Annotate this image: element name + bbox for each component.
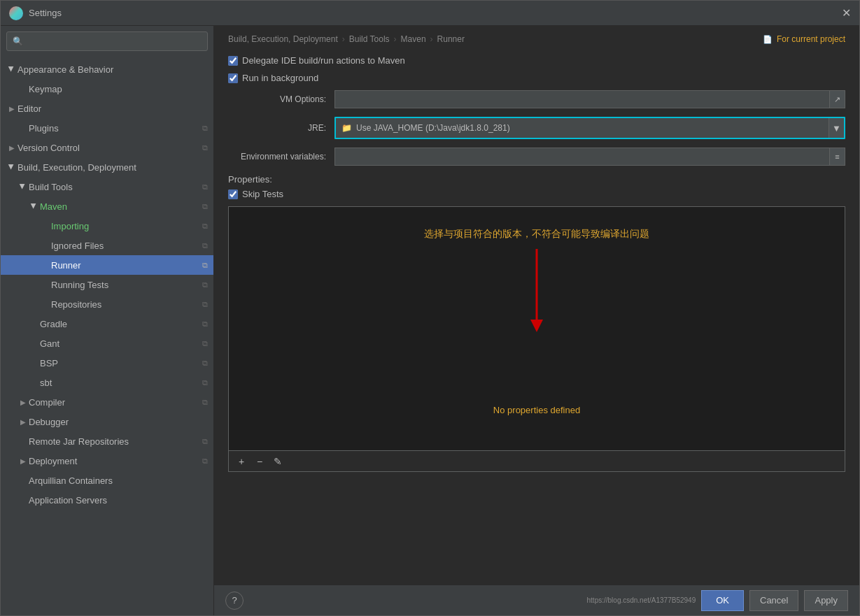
sidebar-item-appearance[interactable]: ▶ Appearance & Behavior xyxy=(1,59,213,79)
properties-label-row: Properties: xyxy=(228,174,845,185)
sidebar-item-label: Editor xyxy=(17,103,208,114)
delegate-checkbox[interactable] xyxy=(228,56,238,66)
sidebar-item-label: Gradle xyxy=(40,319,202,329)
breadcrumb-sep: › xyxy=(394,34,397,44)
bottom-right: https://blog.csdn.net/A1377B52949 OK Can… xyxy=(581,590,848,611)
copy-icon: ⧉ xyxy=(202,339,208,348)
sidebar-item-repositories[interactable]: ▶ Repositories ⧉ xyxy=(1,294,213,314)
jre-dropdown-wrapper: 📁 Use JAVA_HOME (D:\Java\jdk1.8.0_281) ▼ xyxy=(334,117,845,139)
copy-icon: ⧉ xyxy=(202,378,208,387)
expand-arrow-icon: ▶ xyxy=(6,142,17,153)
vm-options-label: VM Options: xyxy=(228,94,326,104)
breadcrumb: Build, Execution, Deployment › Build Too… xyxy=(214,26,859,50)
run-background-row: Run in background xyxy=(228,73,845,83)
copy-icon: ⧉ xyxy=(202,261,208,270)
delegate-label: Delegate IDE build/run actions to Maven xyxy=(242,55,405,66)
sidebar-item-label: Application Servers xyxy=(29,495,208,506)
sidebar-item-maven[interactable]: ▶ Maven ⧉ xyxy=(1,196,213,216)
sidebar-item-label: Build Tools xyxy=(29,182,202,192)
project-icon: 📄 xyxy=(763,35,773,43)
remove-property-button[interactable]: − xyxy=(253,454,267,468)
search-box[interactable]: 🔍 xyxy=(6,31,208,51)
search-input[interactable] xyxy=(26,36,202,46)
skip-tests-label: Skip Tests xyxy=(242,189,283,199)
sidebar-item-bsp[interactable]: ▶ BSP ⧉ xyxy=(1,353,213,373)
sidebar-item-label: Runner xyxy=(51,260,202,271)
sidebar-item-runner[interactable]: ▶ Runner ⧉ xyxy=(1,255,213,275)
delegate-row: Delegate IDE build/run actions to Maven xyxy=(228,55,845,66)
copy-icon: ⧉ xyxy=(202,222,208,231)
help-button[interactable]: ? xyxy=(225,592,244,610)
vm-options-input[interactable] xyxy=(334,90,830,108)
sidebar-item-build-exec-deploy[interactable]: ▶ Build, Execution, Deployment xyxy=(1,157,213,177)
jre-row: JRE: 📁 Use JAVA_HOME (D:\Java\jdk1.8.0_2… xyxy=(228,117,845,139)
sidebar-tree: ▶ Appearance & Behavior ▶ Keymap ▶ Edito… xyxy=(1,57,213,615)
expand-arrow-icon: ▶ xyxy=(6,103,17,114)
sidebar-item-label: Remote Jar Repositories xyxy=(29,436,202,447)
project-link[interactable]: 📄 For current project xyxy=(763,34,845,44)
ok-button[interactable]: OK xyxy=(701,590,744,611)
copy-icon: ⧉ xyxy=(202,241,208,250)
sidebar-item-importing[interactable]: ▶ Importing ⧉ xyxy=(1,216,213,236)
content-area: 🔍 ▶ Appearance & Behavior ▶ Keymap ▶ Edi… xyxy=(1,26,859,615)
sidebar-item-label: Running Tests xyxy=(51,280,202,290)
search-icon: 🔍 xyxy=(13,36,23,46)
cancel-button[interactable]: Cancel xyxy=(749,590,798,611)
sidebar-item-app-servers[interactable]: ▶ Application Servers xyxy=(1,490,213,510)
copy-icon: ⧉ xyxy=(202,124,208,133)
env-vars-input[interactable] xyxy=(334,148,830,166)
sidebar-item-arquillian[interactable]: ▶ Arquillian Containers xyxy=(1,471,213,490)
sidebar-item-version-control[interactable]: ▶ Version Control ⧉ xyxy=(1,138,213,157)
run-background-checkbox[interactable] xyxy=(228,73,238,83)
sidebar-item-compiler[interactable]: ▶ Compiler ⧉ xyxy=(1,392,213,412)
breadcrumb-sep: › xyxy=(342,34,345,44)
sidebar-item-label: Arquillian Containers xyxy=(29,475,208,486)
annotation-arrow xyxy=(530,249,544,333)
env-vars-edit-button[interactable]: ≡ xyxy=(830,148,845,166)
expand-arrow-icon: ▶ xyxy=(17,416,29,427)
sidebar-item-label: Deployment xyxy=(29,456,202,466)
project-link-text: For current project xyxy=(777,34,845,44)
expand-arrow-icon: ▶ xyxy=(6,162,17,173)
sidebar-item-label: Appearance & Behavior xyxy=(17,64,208,75)
sidebar-item-ignored-files[interactable]: ▶ Ignored Files ⧉ xyxy=(1,236,213,255)
sidebar-item-label: Build, Execution, Deployment xyxy=(17,162,208,173)
vm-options-expand-button[interactable]: ↗ xyxy=(830,90,845,108)
vm-options-input-wrapper: ↗ xyxy=(334,90,845,108)
sidebar-item-gant[interactable]: ▶ Gant ⧉ xyxy=(1,334,213,353)
edit-property-button[interactable]: ✎ xyxy=(271,454,285,468)
add-property-button[interactable]: + xyxy=(234,454,248,468)
sidebar-item-editor[interactable]: ▶ Editor xyxy=(1,99,213,118)
sidebar-item-keymap[interactable]: ▶ Keymap xyxy=(1,79,213,99)
sidebar-item-running-tests[interactable]: ▶ Running Tests ⧉ xyxy=(1,275,213,294)
breadcrumb-item-3: Runner xyxy=(437,34,465,44)
sidebar-item-debugger[interactable]: ▶ Debugger xyxy=(1,412,213,431)
copy-icon: ⧉ xyxy=(202,280,208,289)
sidebar-item-deployment[interactable]: ▶ Deployment ⧉ xyxy=(1,451,213,471)
main-panel: Build, Execution, Deployment › Build Too… xyxy=(214,26,859,615)
expand-arrow-icon: ▶ xyxy=(29,201,40,212)
sidebar-item-plugins[interactable]: ▶ Plugins ⧉ xyxy=(1,118,213,138)
env-vars-label: Environment variables: xyxy=(228,152,326,162)
copy-icon: ⧉ xyxy=(202,320,208,329)
sidebar-item-label: Repositories xyxy=(51,299,202,310)
copy-icon: ⧉ xyxy=(202,300,208,309)
sidebar-item-gradle[interactable]: ▶ Gradle ⧉ xyxy=(1,314,213,334)
copy-icon: ⧉ xyxy=(202,359,208,368)
jre-value-display: 📁 Use JAVA_HOME (D:\Java\jdk1.8.0_281) xyxy=(336,118,844,138)
bottom-bar: ? https://blog.csdn.net/A1377B52949 OK C… xyxy=(214,585,859,615)
env-vars-input-wrapper: ≡ xyxy=(334,148,845,166)
sidebar-item-label: Keymap xyxy=(29,84,208,94)
expand-arrow-icon: ▶ xyxy=(17,455,29,466)
copy-icon: ⧉ xyxy=(202,202,208,211)
sidebar-item-remote-jar[interactable]: ▶ Remote Jar Repositories ⧉ xyxy=(1,431,213,451)
sidebar-item-sbt[interactable]: ▶ sbt ⧉ xyxy=(1,373,213,392)
close-button[interactable]: ✕ xyxy=(842,6,851,20)
apply-button[interactable]: Apply xyxy=(804,590,848,611)
copy-icon: ⧉ xyxy=(202,437,208,446)
properties-label: Properties: xyxy=(228,174,272,185)
skip-tests-checkbox[interactable] xyxy=(228,189,238,199)
sidebar-item-build-tools[interactable]: ▶ Build Tools ⧉ xyxy=(1,177,213,196)
sidebar-item-label: sbt xyxy=(40,378,202,388)
jre-dropdown-arrow-button[interactable]: ▼ xyxy=(829,118,844,138)
